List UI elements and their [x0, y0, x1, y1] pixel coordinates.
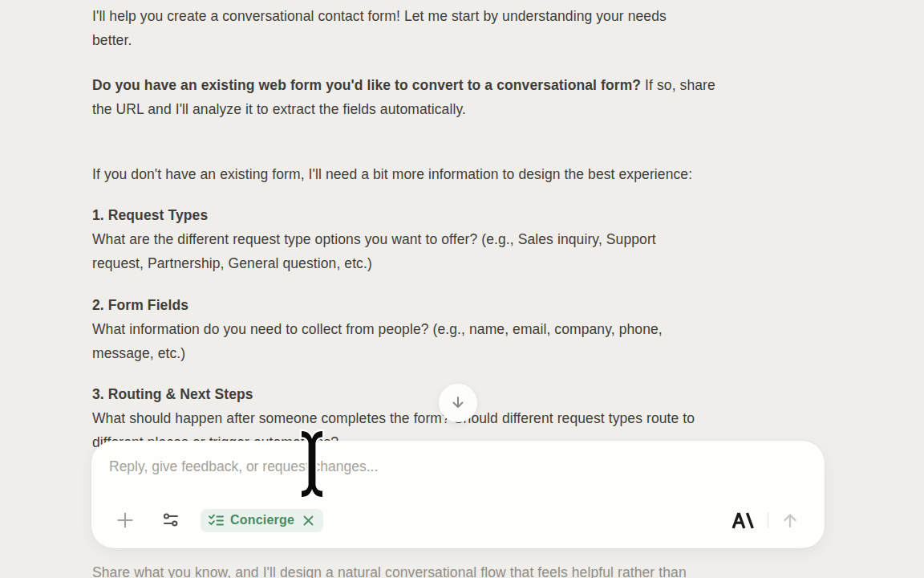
message-line: What are the different request type opti…	[92, 227, 838, 251]
add-attachment-button[interactable]	[116, 511, 135, 530]
message-line: If you don't have an existing form, I'll…	[92, 162, 838, 186]
close-x-icon	[302, 514, 315, 527]
message-line-rest: If so, share	[641, 77, 715, 93]
checklist-icon	[208, 512, 225, 529]
reply-input[interactable]	[109, 452, 807, 481]
scroll-to-bottom-button[interactable]	[439, 384, 477, 422]
plus-icon	[116, 511, 135, 530]
section-form-fields: 2. Form Fields What information do you n…	[92, 293, 838, 365]
composer-panel: Concierge	[91, 441, 825, 548]
bold-question-text: Do you have an existing web form you'd l…	[92, 77, 641, 93]
message-line: better.	[92, 28, 838, 52]
assistant-paragraph-question: Do you have an existing web form you'd l…	[92, 73, 838, 121]
message-line: What information do you need to collect …	[92, 317, 838, 341]
message-line: I'll help you create a conversational co…	[92, 4, 838, 28]
up-arrow-icon	[780, 510, 800, 531]
remove-skill-button[interactable]	[302, 514, 315, 527]
composer-right-controls	[731, 510, 807, 531]
send-message-button[interactable]	[780, 510, 800, 531]
skill-tag-label: Concierge	[230, 513, 294, 527]
anthropic-ai-logo-icon	[731, 511, 755, 531]
assistant-paragraph-info: If you don't have an existing form, I'll…	[92, 162, 838, 186]
assistant-paragraph-below-composer: Share what you know, and I'll design a n…	[92, 560, 838, 578]
section-request-types: 1. Request Types What are the different …	[92, 203, 838, 275]
chat-page: { "theme": { "background": "#f0eeea", "t…	[0, 0, 924, 578]
composer-toolbar: Concierge	[109, 508, 807, 532]
message-line: Share what you know, and I'll design a n…	[92, 560, 838, 578]
down-arrow-icon	[448, 393, 468, 413]
skill-tag-concierge[interactable]: Concierge	[201, 509, 323, 532]
sliders-icon	[161, 511, 180, 530]
message-line: the URL and I'll analyze it to extract t…	[92, 97, 838, 121]
section-heading: 1. Request Types	[92, 203, 838, 227]
assistant-paragraph-intro: I'll help you create a conversational co…	[92, 4, 838, 52]
message-line: Do you have an existing web form you'd l…	[92, 73, 838, 97]
toolbar-divider	[768, 512, 768, 528]
message-line: message, etc.)	[92, 341, 838, 365]
message-line: request, Partnership, General question, …	[92, 251, 838, 275]
tools-settings-button[interactable]	[161, 511, 180, 530]
section-heading: 2. Form Fields	[92, 293, 838, 317]
